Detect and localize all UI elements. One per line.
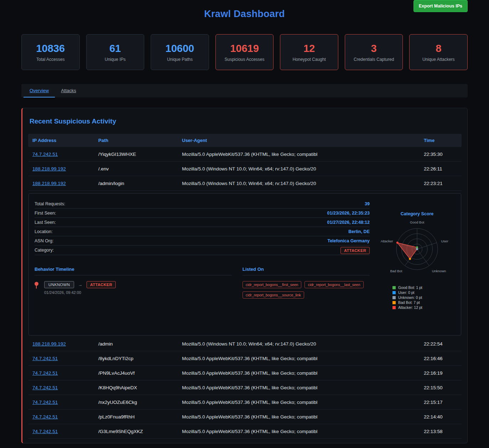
legend-swatch [392,301,396,304]
time-cell: 22:14:40 [420,414,462,420]
time-cell: 22:35:30 [420,152,462,157]
table-row[interactable]: 74.7.242.51/8ykdLnDYTi2cpMozilla/5.0 App… [28,351,462,366]
blocklist-badge[interactable]: cidr_report_bogons__source_link [243,291,304,299]
listed-on-section: Listed On cidr_report_bogons__first_seen… [243,267,370,299]
tab-bar: OverviewAttacks [21,84,468,97]
category-score-radar-chart: Good BotUserUnknownBad BotAttacker [379,219,455,281]
time-cell: 22:16:46 [420,356,462,361]
field-label: Last Seen: [35,220,56,225]
stat-card-unique-attackers: 8Unique Attackers [409,34,468,70]
ip-cell: 74.7.242.51 [28,385,94,390]
table-header-row: IP AddressPathUser-AgentTime [28,134,462,147]
ip-link[interactable]: 188.218.99.192 [32,166,66,172]
legend-swatch [392,291,396,294]
radar-axis-label: Attacker [381,239,393,243]
blocklist-badge[interactable]: cidr_report_bogons__last_seen [305,281,363,288]
stat-value: 3 [371,43,377,54]
legend-swatch [392,286,396,289]
user-agent-cell: Mozilla/5.0 AppleWebKit/537.36 (KHTML, l… [178,414,420,420]
field-label: Location: [35,229,53,234]
timeline-to-badge: ATTACKER [87,281,116,288]
field-value: 01/23/2026, 22:35:23 [327,211,370,216]
ip-link[interactable]: 74.7.242.51 [32,429,58,434]
ip-link[interactable]: 74.7.242.51 [32,370,58,376]
path-cell: /G3Lme9ShEQgXKZ [94,429,178,434]
radar-axis-label: Unknown [432,269,446,273]
stats-row: 10836Total Accesses61Unique IPs10600Uniq… [21,34,468,70]
ip-link[interactable]: 74.7.242.51 [32,400,58,405]
stat-value: 12 [303,43,315,54]
path-cell: /PN9LvAcJ4uoVf [94,370,178,376]
stat-value: 10600 [166,43,194,54]
ip-cell: 74.7.242.51 [28,429,94,434]
table-row[interactable]: 74.7.242.51/nx2yUOZuE6CkgMozilla/5.0 App… [28,395,462,410]
table-row[interactable]: 74.7.242.51/PN9LvAcJ4uoVfMozilla/5.0 App… [28,366,462,380]
path-cell: /pLz0Fnua9fRhH [94,414,178,420]
category-badge: ATTACKER [340,247,370,254]
legend-item: Bad Bot: 7 pt [392,300,455,305]
table-row[interactable]: 188.218.99.192/.envMozilla/5.0 (Windows … [28,162,462,176]
suspicious-activity-panel: Recent Suspicious Activity IP AddressPat… [21,108,468,443]
detail-field: Category:ATTACKER [35,246,370,255]
page-title: Krawl Dashboard [21,9,468,20]
listed-on-title: Listed On [243,267,370,275]
column-header-path: Path [94,138,178,143]
export-malicious-ips-button[interactable]: Export Malicious IPs [413,0,468,12]
table-row[interactable]: 74.7.242.51/YiqykGI13WHXEMozilla/5.0 App… [28,147,462,162]
time-cell: 22:15:17 [420,400,462,405]
table-row[interactable]: 74.7.242.51/K8HQq9hAipeDXMozilla/5.0 App… [28,380,462,395]
stat-label: Unique Paths [167,57,193,62]
behavior-timeline-title: Behavior Timeline [35,267,232,275]
radar-axis-label: Good Bot [410,220,424,224]
ip-link[interactable]: 74.7.242.51 [32,152,58,157]
time-cell: 22:15:50 [420,385,462,390]
table-row[interactable]: 188.218.99.192/admin/loginMozilla/5.0 (W… [28,176,462,191]
ip-detail-fields: Total Requests:39First Seen:01/23/2026, … [35,199,370,255]
timeline-marker-icon [35,282,38,286]
ip-link[interactable]: 188.218.99.192 [32,341,66,347]
path-cell: /YiqykGI13WHXE [94,152,178,157]
table-rows-before-detail: 74.7.242.51/YiqykGI13WHXEMozilla/5.0 App… [28,147,462,191]
ip-link[interactable]: 74.7.242.51 [32,356,58,361]
stat-label: Unique IPs [105,57,126,62]
ip-link[interactable]: 74.7.242.51 [32,414,58,420]
stat-card-unique-ips: 61Unique IPs [86,34,145,70]
user-agent-cell: Mozilla/5.0 AppleWebKit/537.36 (KHTML, l… [178,400,420,405]
table-row[interactable]: 74.7.242.51/G3Lme9ShEQgXKZMozilla/5.0 Ap… [28,424,462,439]
ip-link[interactable]: 188.218.99.192 [32,181,66,186]
path-cell: /8ykdLnDYTi2cp [94,356,178,361]
stat-value: 10619 [230,43,259,54]
arrow-right-icon: → [78,282,83,287]
stat-label: Total Accesses [36,57,64,62]
ip-detail-panel: Total Requests:39First Seen:01/23/2026, … [28,193,461,336]
path-cell: /.env [94,166,178,172]
column-header-ip-address: IP Address [28,138,94,143]
path-cell: /K8HQq9hAipeDX [94,385,178,390]
ip-cell: 188.218.99.192 [28,166,94,172]
tab-attacks[interactable]: Attacks [55,84,82,97]
user-agent-cell: Mozilla/5.0 AppleWebKit/537.36 (KHTML, l… [178,385,420,390]
stat-card-credentials-captured: 3Credentials Captured [345,34,403,70]
radar-axis-label: Bad Bot [390,269,402,273]
behavior-timeline-section: Behavior Timeline UNKNOWN → ATTACKER 01/… [35,267,232,299]
field-value: ATTACKER [340,247,370,253]
legend-label: Attacker: 12 pt [398,305,422,310]
ip-cell: 74.7.242.51 [28,414,94,420]
ip-cell: 74.7.242.51 [28,370,94,376]
stat-label: Unique Attackers [422,57,455,62]
time-cell: 22:23:21 [420,181,462,186]
user-agent-cell: Mozilla/5.0 AppleWebKit/537.36 (KHTML, l… [178,370,420,376]
ip-link[interactable]: 74.7.242.51 [32,385,58,390]
time-cell: 22:22:54 [420,341,462,347]
category-score-section: Category Score Good BotUserUnknownBad Bo… [379,199,455,328]
detail-field: Location:Berlin, DE [35,227,370,236]
blocklist-badge[interactable]: cidr_report_bogons__first_seen [243,281,302,288]
tab-overview[interactable]: Overview [24,84,55,97]
field-value: Telefonica Germany [327,238,370,243]
table-row[interactable]: 74.7.242.51/pLz0Fnua9fRhHMozilla/5.0 App… [28,410,462,424]
field-label: Category: [35,248,54,253]
legend-item: Attacker: 12 pt [392,305,455,310]
table-row[interactable]: 188.218.99.192/adminMozilla/5.0 (Windows… [28,337,462,351]
stat-card-total-accesses: 10836Total Accesses [21,34,80,70]
user-agent-cell: Mozilla/5.0 (Windows NT 10.0; Win64; x64… [178,166,420,172]
